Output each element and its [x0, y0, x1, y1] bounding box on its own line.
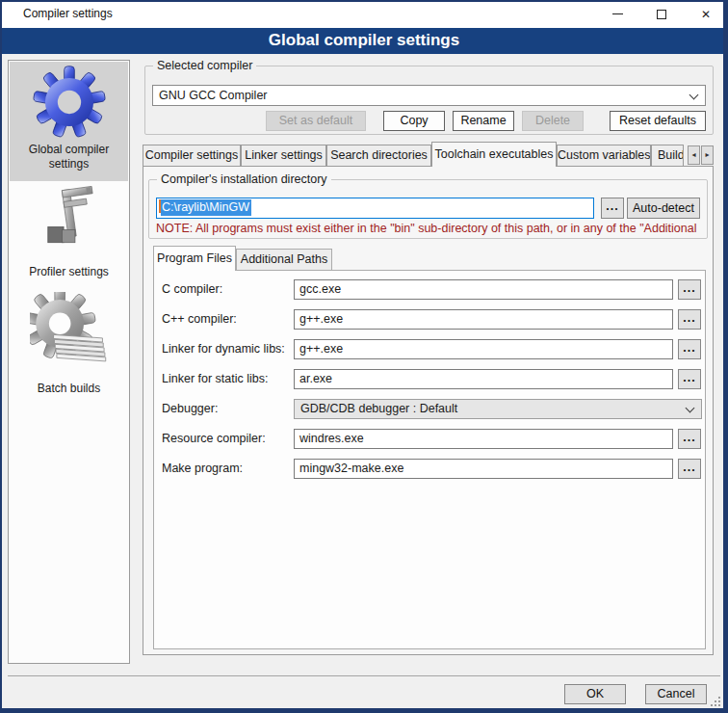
cpp-compiler-label: C++ compiler:	[162, 309, 237, 330]
static-linker-input[interactable]: ar.exe	[294, 369, 673, 389]
subtab-additional-paths[interactable]: Additional Paths	[236, 249, 332, 270]
bin-subdirectory-note: NOTE: All programs must exist either in …	[156, 222, 705, 235]
ok-button[interactable]: OK	[564, 684, 626, 704]
dynamic-linker-browse-button[interactable]: ...	[678, 339, 701, 359]
tab-toolchain-executables[interactable]: Toolchain executables	[431, 142, 557, 167]
c-compiler-input[interactable]: gcc.exe	[294, 279, 673, 300]
selected-path-text: C:\raylib\MinGW	[161, 199, 251, 216]
blue-gear-icon[interactable]	[33, 66, 106, 139]
tab-scroll-right-button[interactable]: ▸	[701, 145, 714, 165]
title-bar: Compiler settings ✕	[0, 0, 728, 28]
compiler-settings-dialog: Compiler settings ✕ Global compiler sett…	[0, 0, 728, 713]
make-program-input[interactable]: mingw32-make.exe	[294, 459, 673, 479]
tab-search-directories[interactable]: Search directories	[326, 145, 431, 166]
page-title: Global compiler settings	[0, 28, 728, 54]
minimize-button[interactable]	[595, 0, 639, 28]
cpp-compiler-input[interactable]: g++.exe	[294, 309, 673, 330]
tab-compiler-settings[interactable]: Compiler settings	[143, 145, 241, 166]
maximize-button[interactable]	[639, 0, 684, 28]
compiler-select-value: GNU GCC Compiler	[159, 89, 268, 102]
arrow-right-icon: ▸	[705, 150, 709, 159]
resource-compiler-input[interactable]: windres.exe	[294, 429, 673, 449]
debugger-select[interactable]: GDB/CDB debugger : Default	[294, 399, 702, 419]
resource-compiler-label: Resource compiler:	[162, 429, 266, 449]
tab-scroll-left-button[interactable]: ◂	[688, 145, 700, 165]
cpp-compiler-browse-button[interactable]: ...	[678, 309, 701, 330]
tab-build-options[interactable]: Build options	[651, 145, 684, 166]
resource-compiler-browse-button[interactable]: ...	[678, 429, 701, 449]
minimize-icon	[612, 13, 623, 14]
cancel-button[interactable]: Cancel	[645, 684, 707, 704]
window-title: Compiler settings	[23, 0, 113, 28]
caliper-icon[interactable]	[34, 186, 105, 259]
chevron-down-icon	[686, 404, 695, 413]
selected-compiler-legend: Selected compiler	[153, 59, 256, 73]
static-linker-label: Linker for static libs:	[162, 369, 268, 389]
arrow-left-icon: ◂	[691, 150, 695, 159]
close-icon: ✕	[701, 9, 711, 20]
close-button[interactable]: ✕	[684, 0, 728, 28]
c-compiler-label: C compiler:	[162, 279, 222, 300]
delete-button[interactable]: Delete	[522, 111, 584, 131]
installation-directory-legend: Compiler's installation directory	[157, 172, 331, 187]
auto-detect-button[interactable]: Auto-detect	[627, 198, 700, 219]
chevron-down-icon	[689, 91, 699, 100]
debugger-label: Debugger:	[162, 399, 218, 419]
make-program-label: Make program:	[162, 459, 243, 479]
rename-button[interactable]: Rename	[453, 111, 514, 131]
tab-linker-settings[interactable]: Linker settings	[241, 145, 326, 166]
resize-grip[interactable]	[711, 697, 720, 706]
sidebar-item-label[interactable]: Global compiler settings	[9, 143, 129, 172]
settings-category-list: Global compiler settings Profiler settin…	[8, 60, 130, 664]
tab-custom-variables[interactable]: Custom variables	[557, 145, 651, 166]
c-compiler-browse-button[interactable]: ...	[678, 279, 701, 300]
debugger-select-value: GDB/CDB debugger : Default	[300, 402, 457, 415]
subtab-program-files[interactable]: Program Files	[153, 246, 236, 271]
dynamic-linker-input[interactable]: g++.exe	[294, 339, 673, 359]
reset-defaults-button[interactable]: Reset defaults	[610, 111, 706, 131]
browse-directory-button[interactable]: ...	[601, 198, 624, 219]
dynamic-linker-label: Linker for dynamic libs:	[162, 339, 285, 359]
make-program-browse-button[interactable]: ...	[678, 459, 701, 479]
gray-gear-stack-icon[interactable]	[30, 292, 109, 371]
static-linker-browse-button[interactable]: ...	[678, 369, 701, 389]
sidebar-item-profiler-settings[interactable]: Profiler settings	[9, 265, 129, 279]
maximize-icon	[657, 10, 666, 19]
installation-directory-input[interactable]: C:\raylib\MinGW	[156, 198, 594, 219]
compiler-select[interactable]: GNU GCC Compiler	[152, 85, 706, 106]
copy-button[interactable]: Copy	[383, 111, 445, 131]
set-as-default-button[interactable]: Set as default	[266, 111, 366, 131]
footer-divider	[8, 675, 720, 676]
sidebar-item-batch-builds[interactable]: Batch builds	[9, 382, 129, 396]
